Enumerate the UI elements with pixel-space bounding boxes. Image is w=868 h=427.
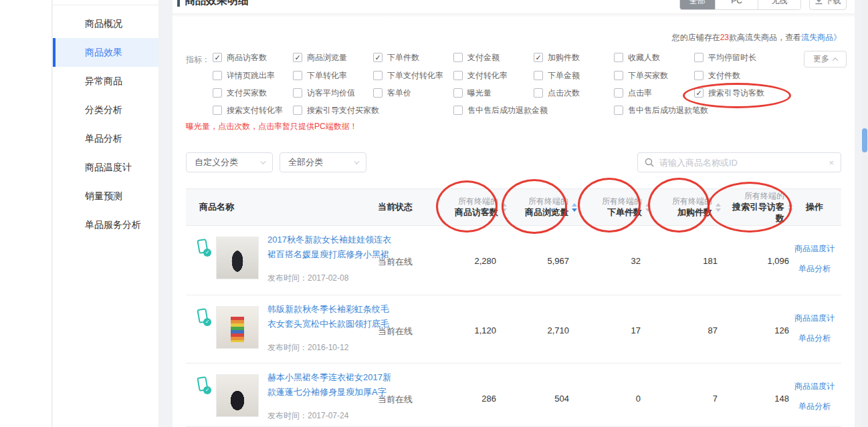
sort-control[interactable] [572,203,577,212]
metric-option[interactable]: 支付金额 [453,52,500,63]
action-link-1[interactable]: 单品分析 [781,401,848,412]
sidebar-item-3[interactable]: 分类分析 [53,96,158,124]
metric-checkbox[interactable] [694,88,703,98]
metric-option[interactable]: 客单价 [373,88,411,98]
sort-control[interactable] [502,203,507,212]
terminal-tab-0[interactable]: 全部 [680,0,715,9]
metric-checkbox[interactable] [213,53,222,62]
sort-desc-icon [716,208,721,212]
metric-checkbox[interactable] [694,71,703,80]
metric-option[interactable]: 商品访客数 [213,52,267,63]
column-header-metric-0[interactable]: 所有终端的商品访客数 [441,189,508,225]
column-header-prefix: 所有终端的 [455,196,498,206]
terminal-tab-2[interactable]: 无线 [758,0,800,9]
sort-asc-icon [502,203,507,206]
download-button[interactable]: 下载 [809,0,847,10]
sidebar-item-0[interactable]: 商品概况 [53,9,158,38]
metric-option[interactable]: 下单支付转化率 [373,70,443,81]
metric-checkbox[interactable] [293,71,302,80]
sidebar-item-5[interactable]: 商品温度计 [53,153,158,182]
metric-value: 1,120 [441,325,496,335]
terminal-tab-1[interactable]: PC [715,0,758,9]
metric-checkbox[interactable] [453,71,463,80]
column-header-prefix: 所有终端的 [525,196,568,206]
publish-date: 发布时间：2016-10-12 [267,342,348,353]
metric-option[interactable]: 商品浏览量 [293,52,347,63]
metric-checkbox[interactable] [614,71,623,80]
column-header-metric-1[interactable]: 所有终端的商品浏览量 [512,189,578,225]
download-icon [815,0,823,5]
action-link-0[interactable]: 商品温度计 [781,313,848,324]
metric-option[interactable]: 售中售后成功退款金额 [453,105,548,116]
metric-checkbox[interactable] [694,53,703,62]
metric-checkbox[interactable] [293,53,302,62]
metric-checkbox[interactable] [213,106,222,115]
metric-option[interactable]: 详情页跳出率 [213,70,275,81]
metric-option[interactable]: 收藏人数 [614,52,660,63]
metric-option[interactable]: 搜索支付转化率 [213,105,283,116]
metric-option[interactable]: 售中售后成功退款笔数 [614,105,708,116]
sidebar-item-2[interactable]: 异常商品 [53,67,158,96]
table-row-1: ✓韩版新款秋冬季长袖彩虹条纹毛衣女套头宽松中长款圆领打底毛发布时间：2016-1… [186,295,841,364]
metric-option[interactable]: 搜索引导支付买家数 [293,105,379,116]
metric-option[interactable]: 加购件数 [534,52,580,63]
metric-checkbox[interactable] [293,106,302,115]
metric-option[interactable]: 支付件数 [694,70,740,81]
action-link-0[interactable]: 商品温度计 [781,381,848,392]
metric-checkbox[interactable] [293,88,302,98]
sidebar-item-6[interactable]: 销量预测 [53,182,158,210]
metric-checkbox[interactable] [614,106,623,115]
metric-checkbox[interactable] [534,71,543,80]
sort-control[interactable] [645,203,651,212]
metric-option[interactable]: 支付转化率 [453,70,508,81]
all-category-select[interactable]: 全部分类 [280,152,366,172]
metric-checkbox[interactable] [373,71,383,80]
metric-checkbox[interactable] [213,71,222,80]
metric-checkbox[interactable] [453,106,463,115]
metric-option[interactable]: 曝光量 [453,88,492,98]
metric-option-label: 详情页跳出率 [227,70,275,82]
product-status: 当前在线 [378,256,413,268]
metric-option[interactable]: 下单转化率 [293,70,347,81]
sort-control[interactable] [716,203,721,212]
metric-option[interactable]: 点击次数 [534,88,580,98]
metric-option[interactable]: 下单件数 [373,52,419,63]
clear-search-icon[interactable]: × [829,158,834,168]
metric-checkbox[interactable] [213,88,222,98]
metric-option[interactable]: 下单金额 [534,70,580,81]
metric-option-label: 售中售后成功退款金额 [467,105,548,116]
metric-option[interactable]: 平均停留时长 [694,52,756,63]
check-badge-icon: ✓ [203,386,211,394]
metric-checkbox[interactable] [614,88,623,98]
metric-checkbox[interactable] [373,88,383,98]
metric-option[interactable]: 搜索引导访客数 [694,88,764,98]
metric-checkbox[interactable] [453,53,463,62]
action-link-1[interactable]: 单品分析 [781,333,848,344]
metric-checkbox[interactable] [453,88,463,98]
sidebar-item-1[interactable]: 商品效果 [53,38,158,67]
custom-category-select[interactable]: 自定义分类 [186,152,273,172]
metric-checkbox[interactable] [373,53,383,62]
sort-asc-icon [645,203,651,206]
column-header-metric-2[interactable]: 所有终端的下单件数 [582,189,652,225]
more-button[interactable]: 更多 [804,51,847,67]
product-search-box: × [637,152,841,172]
metric-option[interactable]: 支付买家数 [213,88,267,98]
metric-checkbox[interactable] [614,53,623,62]
search-input[interactable] [659,158,823,168]
metric-checkbox[interactable] [534,53,543,62]
pc-data-warning: 曝光量，点击次数，点击率暂只提供PC端数据！ [186,121,358,132]
column-header-metric-label: 商品浏览量 [525,206,568,218]
action-link-1[interactable]: 单品分析 [781,263,848,275]
column-header-metric-3[interactable]: 所有终端的加购件数 [655,189,722,225]
sidebar-item-7[interactable]: 单品服务分析 [53,210,158,239]
metric-option[interactable]: 点击率 [614,88,652,98]
scrollbar-thumb[interactable] [862,128,867,152]
action-link-0[interactable]: 商品温度计 [781,243,848,255]
table-row-0: ✓2017秋冬新款女长袖娃娃领连衣裙百搭名媛显瘦打底修身小黑裙发布时间：2017… [186,226,841,295]
sidebar-item-4[interactable]: 单品分析 [53,124,158,153]
metric-option[interactable]: 下单买家数 [614,70,668,81]
loss-products-link[interactable]: 流失商品》 [801,33,841,42]
metric-checkbox[interactable] [534,88,543,98]
metric-option[interactable]: 访客平均价值 [293,88,355,98]
